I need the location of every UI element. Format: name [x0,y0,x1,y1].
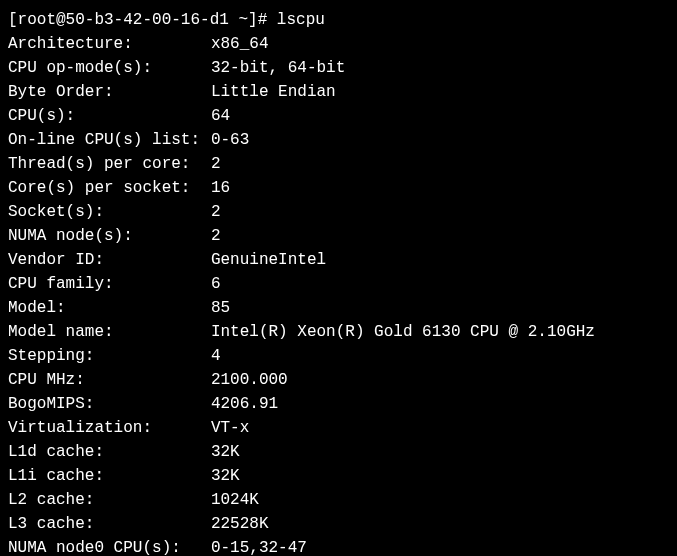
cpu-info-value: 2 [211,155,221,173]
cpu-info-value: 32K [211,467,240,485]
cpu-info-label: NUMA node(s): [8,224,211,248]
cpu-info-label: CPU family: [8,272,211,296]
cpu-info-label: Virtualization: [8,416,211,440]
cpu-info-value: VT-x [211,419,249,437]
cpu-info-row: Thread(s) per core:2 [8,152,669,176]
cpu-info-label: Stepping: [8,344,211,368]
cpu-info-label: L2 cache: [8,488,211,512]
cpu-info-row: L1d cache:32K [8,440,669,464]
cpu-info-value: 0-15,32-47 [211,539,307,556]
cpu-info-row: CPU op-mode(s):32-bit, 64-bit [8,56,669,80]
cpu-info-label: L1d cache: [8,440,211,464]
cpu-info-row: Byte Order:Little Endian [8,80,669,104]
cpu-info-value: Intel(R) Xeon(R) Gold 6130 CPU @ 2.10GHz [211,323,595,341]
cpu-info-value: 64 [211,107,230,125]
cpu-info-value: 6 [211,275,221,293]
cpu-info-value: 32-bit, 64-bit [211,59,345,77]
cpu-info-value: 16 [211,179,230,197]
cpu-info-label: Architecture: [8,32,211,56]
cpu-info-row: Core(s) per socket:16 [8,176,669,200]
cpu-info-value: GenuineIntel [211,251,326,269]
cpu-info-label: NUMA node0 CPU(s): [8,536,211,556]
cpu-info-row: CPU(s):64 [8,104,669,128]
cpu-info-row: CPU MHz:2100.000 [8,368,669,392]
cpu-info-value: 1024K [211,491,259,509]
cpu-info-row: NUMA node0 CPU(s):0-15,32-47 [8,536,669,556]
cpu-info-label: Model: [8,296,211,320]
cpu-info-row: Virtualization:VT-x [8,416,669,440]
cpu-info-row: L1i cache:32K [8,464,669,488]
cpu-info-value: 0-63 [211,131,249,149]
cpu-info-value: 2 [211,227,221,245]
cpu-info-row: Socket(s):2 [8,200,669,224]
cpu-info-row: Model name:Intel(R) Xeon(R) Gold 6130 CP… [8,320,669,344]
cpu-info-row: Vendor ID:GenuineIntel [8,248,669,272]
lscpu-output: Architecture:x86_64CPU op-mode(s):32-bit… [8,32,669,556]
cpu-info-value: 2 [211,203,221,221]
cpu-info-label: Vendor ID: [8,248,211,272]
cpu-info-value: 22528K [211,515,269,533]
cpu-info-label: CPU(s): [8,104,211,128]
cpu-info-value: Little Endian [211,83,336,101]
cpu-info-label: Thread(s) per core: [8,152,211,176]
cpu-info-row: Model:85 [8,296,669,320]
cpu-info-value: x86_64 [211,35,269,53]
cpu-info-value: 32K [211,443,240,461]
cpu-info-label: Socket(s): [8,200,211,224]
cpu-info-row: L2 cache:1024K [8,488,669,512]
cpu-info-label: Byte Order: [8,80,211,104]
cpu-info-row: On-line CPU(s) list:0-63 [8,128,669,152]
cpu-info-label: Core(s) per socket: [8,176,211,200]
cpu-info-label: BogoMIPS: [8,392,211,416]
cpu-info-label: Model name: [8,320,211,344]
command-text: lscpu [277,11,325,29]
cpu-info-row: L3 cache:22528K [8,512,669,536]
cpu-info-value: 4 [211,347,221,365]
cpu-info-row: BogoMIPS:4206.91 [8,392,669,416]
cpu-info-value: 2100.000 [211,371,288,389]
cpu-info-label: L1i cache: [8,464,211,488]
cpu-info-value: 4206.91 [211,395,278,413]
shell-prompt: [root@50-b3-42-00-16-d1 ~]# [8,11,277,29]
cpu-info-label: L3 cache: [8,512,211,536]
command-prompt-line: [root@50-b3-42-00-16-d1 ~]# lscpu [8,8,669,32]
cpu-info-label: CPU op-mode(s): [8,56,211,80]
cpu-info-row: CPU family:6 [8,272,669,296]
cpu-info-label: On-line CPU(s) list: [8,128,211,152]
cpu-info-label: CPU MHz: [8,368,211,392]
cpu-info-row: Architecture:x86_64 [8,32,669,56]
cpu-info-value: 85 [211,299,230,317]
cpu-info-row: Stepping:4 [8,344,669,368]
cpu-info-row: NUMA node(s):2 [8,224,669,248]
